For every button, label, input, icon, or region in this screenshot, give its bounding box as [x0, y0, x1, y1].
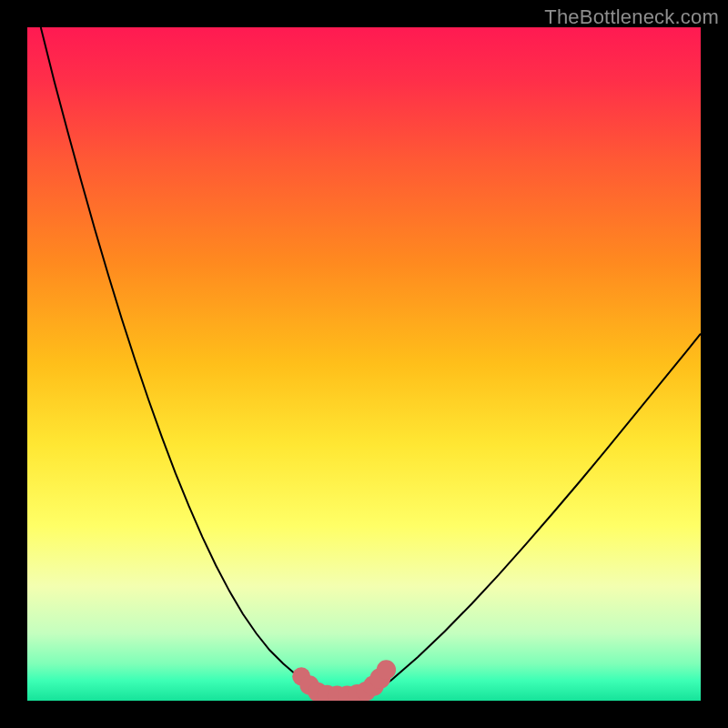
- marker-dot: [377, 660, 396, 679]
- watermark-text: TheBottleneck.com: [544, 5, 719, 29]
- chart-stage: TheBottleneck.com: [0, 0, 728, 728]
- marker-dots: [292, 660, 396, 701]
- left-curve: [41, 27, 316, 692]
- curve-layer: [27, 27, 701, 701]
- plot-area: [27, 27, 701, 701]
- right-curve: [375, 334, 701, 692]
